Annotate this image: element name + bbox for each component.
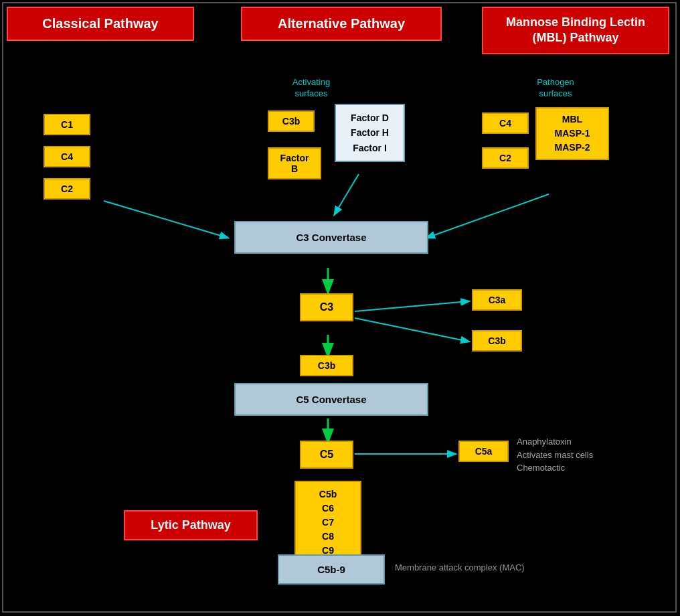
c4-right-box: C4 [482,112,529,134]
mac-label: Membrane attack complex (MAC) [395,562,525,572]
svg-line-2 [427,194,549,238]
c3a-box: C3a [472,289,522,311]
c5b-c9-box: C5bC6C7C8C9 [294,481,361,564]
lytic-pathway-header: Lytic Pathway [124,510,258,540]
c5a-box: C5a [458,441,509,462]
mbl-pathway-header: Mannose Binding Lectin (MBL) Pathway [482,7,669,54]
c5-convertase-box: C5 Convertase [234,383,428,416]
c2-right-box: C2 [482,147,529,169]
factor-dhi-box: Factor DFactor HFactor I [335,104,405,162]
mbl-box: MBLMASP-1MASP-2 [535,107,609,160]
factor-b-box: Factor B [268,147,321,179]
svg-line-1 [335,174,359,214]
c4-left-box: C4 [44,146,90,167]
c2-left-box: C2 [44,178,90,200]
pathogen-surfaces-label: Pathogensurfaces [509,77,602,100]
alternative-pathway-header: Alternative Pathway [241,7,442,41]
activating-surfaces-label: Activatingsurfaces [268,77,355,100]
c3-box: C3 [300,293,353,321]
svg-line-0 [104,201,228,238]
classical-pathway-header: Classical Pathway [7,7,194,41]
svg-line-5 [355,318,469,341]
anaphylatoxin-label: AnaphylatoxinActivates mast cellsChemota… [517,435,651,475]
c5-box: C5 [300,441,353,469]
c5b9-box: C5b-9 [278,554,385,585]
c3b-bottom-box: C3b [300,355,353,376]
svg-line-4 [355,301,469,311]
c1-box: C1 [44,114,90,135]
c3b-alt-box: C3b [268,110,315,132]
c3-convertase-box: C3 Convertase [234,221,428,254]
c3b-right-box: C3b [472,330,522,352]
